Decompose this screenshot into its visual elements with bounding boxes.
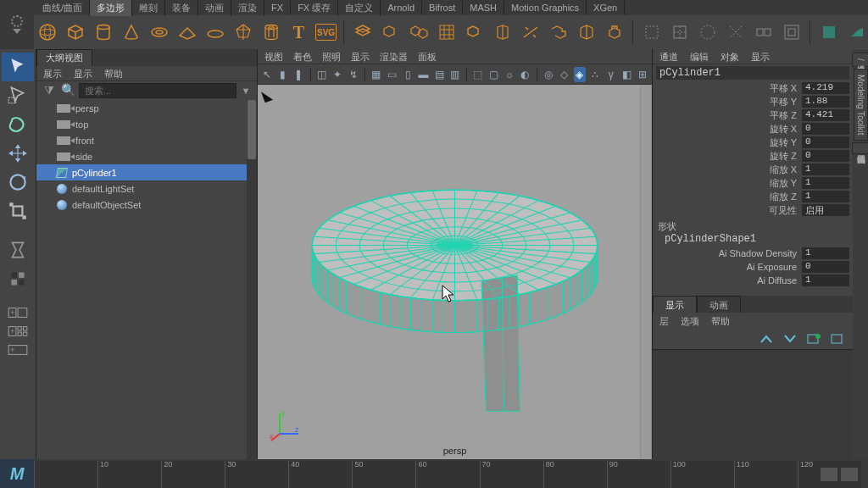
outliner-menu-display[interactable]: 展示 [43, 68, 62, 79]
viewport-3d[interactable]: x y z persp [258, 85, 652, 459]
gamma-icon[interactable]: γ [605, 67, 618, 82]
append-icon[interactable] [696, 20, 719, 44]
color-mgmt-icon[interactable]: ⊞ [637, 67, 649, 82]
target-weld-icon[interactable] [547, 20, 570, 44]
merge-icon[interactable] [780, 20, 803, 44]
shelf-tab[interactable]: 多边形 [90, 0, 132, 16]
outliner-item[interactable]: top [36, 116, 257, 132]
wireframe-icon[interactable]: ⬚ [472, 67, 485, 82]
exposure-icon[interactable]: ∴ [589, 67, 602, 82]
layer-menu-layers[interactable]: 层 [659, 315, 669, 328]
shelf-tab[interactable]: XGen [587, 1, 625, 14]
view-menu-shading[interactable]: 着色 [293, 51, 312, 62]
combine-icon[interactable] [379, 20, 402, 44]
filter-icon[interactable]: ⧩ [42, 83, 57, 98]
grease-pencil-icon[interactable]: ↯ [347, 67, 359, 82]
channel-attr-value[interactable]: 0 [802, 150, 849, 162]
channel-attr-value[interactable]: 1 [802, 177, 849, 189]
layer-new-empty-icon[interactable] [805, 332, 822, 346]
separate-icon[interactable] [407, 20, 430, 44]
viewport-scrollbar-vertical[interactable] [640, 85, 652, 459]
cone-icon[interactable] [120, 20, 142, 44]
bookmarks-icon[interactable]: ❚ [292, 67, 305, 82]
cube-icon[interactable] [64, 20, 86, 44]
vstrip-attribute-editor[interactable]: 属性编辑器 [852, 142, 868, 154]
channel-attr-value[interactable]: 启用 [802, 204, 849, 216]
shelf-tab[interactable]: 雕刻 [132, 0, 165, 16]
lasso-tool[interactable] [2, 81, 34, 110]
field-chart-icon[interactable]: ▤ [433, 67, 446, 82]
snap-toggle[interactable] [2, 264, 34, 293]
svg-icon[interactable]: SVG [315, 24, 337, 41]
layer-new-selected-icon[interactable] [829, 332, 846, 346]
collapse-icon[interactable] [724, 20, 747, 44]
channel-menu-edit[interactable]: 编辑 [690, 51, 709, 62]
outliner-item[interactable]: front [36, 132, 257, 148]
layer-menu-options[interactable]: 选项 [681, 315, 699, 328]
outliner-item[interactable]: side [36, 148, 257, 164]
shadows-icon[interactable]: ◐ [519, 67, 531, 82]
detach-icon[interactable] [752, 20, 775, 44]
channel-menu-object[interactable]: 对象 [721, 51, 739, 62]
select-tool[interactable] [2, 53, 34, 81]
channel-menu-show[interactable]: 显示 [751, 51, 770, 62]
outliner-tab[interactable]: 大纲视图 [36, 49, 92, 66]
use-all-lights-icon[interactable]: ☼ [504, 67, 516, 82]
layer-tab-anim[interactable]: 动画 [697, 296, 741, 313]
boolean-icon[interactable] [463, 20, 486, 44]
channel-attr-value[interactable]: 1 [802, 164, 849, 175]
platonic-icon[interactable] [231, 20, 254, 44]
smooth-shade-icon[interactable]: ▢ [487, 67, 500, 82]
view-menu-renderer[interactable]: 渲染器 [380, 51, 408, 62]
bevel-icon[interactable] [640, 20, 663, 44]
shelf-tab[interactable]: 渲染 [231, 0, 264, 16]
view-menu-panels[interactable]: 面板 [418, 51, 437, 62]
outliner-tree[interactable]: persptopfrontsidepCylinder1defaultLightS… [36, 100, 257, 459]
view-transform-icon[interactable]: ◧ [620, 67, 633, 82]
channel-attr-value[interactable]: 1 [802, 191, 849, 202]
channel-attr-value[interactable]: 1 [802, 247, 849, 259]
channel-attr-value[interactable]: 4.219 [802, 82, 849, 94]
timeline-button-b[interactable] [841, 468, 858, 481]
pipe-icon[interactable] [259, 20, 282, 44]
channel-attr-value[interactable]: 4.421 [802, 109, 849, 121]
layout-four[interactable]: + [2, 322, 34, 341]
layer-move-down-icon[interactable] [782, 332, 798, 346]
layer-menu-help[interactable]: 帮助 [711, 315, 730, 328]
sculpt-icon[interactable] [817, 20, 840, 44]
paint-select-tool[interactable] [2, 110, 34, 139]
shelf-tab[interactable]: MASH [463, 1, 504, 14]
outliner-item[interactable]: persp [36, 100, 257, 116]
torus-icon[interactable] [147, 20, 170, 44]
outliner-scrollbar[interactable] [247, 100, 257, 459]
cylinder-icon[interactable] [92, 20, 114, 44]
move-tool[interactable] [2, 139, 34, 168]
gate-mask-icon[interactable]: ▬ [417, 67, 430, 82]
outliner-menu-show[interactable]: 显示 [74, 68, 92, 79]
plane-icon[interactable] [175, 20, 198, 44]
safe-action-icon[interactable]: ▥ [448, 67, 461, 82]
layer-list[interactable] [653, 349, 853, 459]
search-dropdown[interactable]: ▼ [240, 86, 252, 96]
shelf-tab[interactable]: 自定义 [338, 0, 381, 16]
channel-object-name[interactable]: pCylinder1 [656, 66, 849, 80]
outliner-item[interactable]: defaultLightSet [36, 180, 257, 197]
channel-shape-name[interactable]: pCylinderShape1 [656, 233, 849, 247]
grid-icon[interactable]: ▦ [370, 67, 383, 82]
outliner-search-input[interactable] [79, 83, 236, 98]
vstrip-modeling-toolkit[interactable]: Modeling Toolkit [854, 69, 868, 141]
channel-attr-value[interactable]: 0 [802, 136, 849, 148]
shelf-tab[interactable]: FX [264, 1, 291, 14]
xray-joints-icon[interactable]: ◈ [574, 67, 587, 82]
last-tool[interactable] [2, 236, 34, 264]
isolate-select-icon[interactable]: ◎ [542, 67, 555, 82]
channel-attr-value[interactable]: 0 [802, 261, 849, 273]
resolution-gate-icon[interactable]: ▯ [402, 67, 415, 82]
scale-tool[interactable] [2, 197, 34, 225]
multicut-icon[interactable] [519, 20, 542, 44]
connect-icon[interactable] [575, 20, 598, 44]
view-menu-view[interactable]: 视图 [264, 51, 283, 62]
disc-icon[interactable] [203, 20, 226, 44]
outliner-item[interactable]: defaultObjectSet [36, 197, 257, 213]
select-camera-icon[interactable]: ↖ [261, 67, 274, 82]
